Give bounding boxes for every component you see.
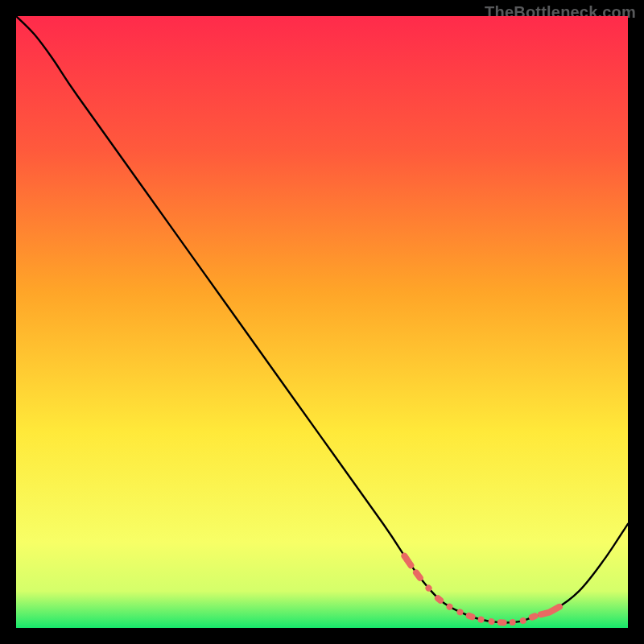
bottleneck-chart xyxy=(16,16,628,628)
gradient-background xyxy=(16,16,628,628)
optimal-marker xyxy=(497,619,507,625)
chart-container: TheBottleneck.com xyxy=(0,0,644,644)
